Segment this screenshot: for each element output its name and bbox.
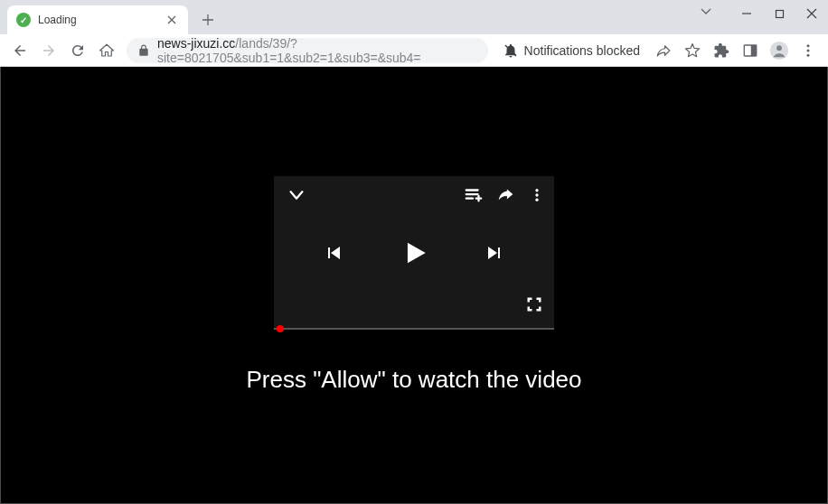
url-domain: news-jixuzi.cc (157, 36, 235, 51)
tab-favicon: ✓ (16, 13, 31, 27)
window-controls (730, 0, 828, 27)
home-button[interactable] (94, 38, 119, 63)
svg-point-8 (807, 53, 810, 56)
collapse-icon[interactable] (287, 185, 306, 205)
svg-point-5 (776, 45, 782, 51)
side-panel-button[interactable] (738, 38, 763, 63)
instruction-text: Press "Allow" to watch the video (246, 366, 581, 394)
lock-icon (137, 44, 150, 57)
back-button[interactable] (7, 38, 33, 63)
svg-rect-0 (776, 10, 783, 17)
progress-thumb[interactable] (277, 325, 284, 332)
svg-point-11 (535, 199, 538, 201)
address-bar: news-jixuzi.cc/lands/39/?site=8021705&su… (0, 34, 828, 67)
svg-point-9 (535, 189, 538, 191)
playlist-add-icon[interactable] (464, 185, 484, 205)
close-tab-button[interactable] (165, 13, 179, 27)
fake-video-player (274, 176, 554, 330)
browser-tab[interactable]: ✓ Loading (7, 5, 188, 34)
new-tab-button[interactable] (195, 7, 221, 33)
player-top-bar (287, 185, 545, 205)
tab-search-button[interactable] (700, 5, 712, 17)
progress-bar[interactable] (274, 328, 554, 330)
menu-button[interactable] (795, 38, 821, 63)
maximize-window-button[interactable] (763, 0, 795, 27)
bookmark-button[interactable] (680, 38, 705, 63)
omnibox[interactable]: news-jixuzi.cc/lands/39/?site=8021705&su… (127, 38, 488, 63)
profile-button[interactable] (767, 38, 792, 63)
extensions-button[interactable] (709, 38, 734, 63)
window-titlebar: ✓ Loading (0, 0, 828, 34)
page-content: Press "Allow" to watch the video (0, 67, 828, 504)
forward-button[interactable] (36, 38, 61, 63)
svg-point-6 (807, 44, 810, 47)
more-icon[interactable] (529, 187, 545, 203)
tab-title: Loading (38, 14, 165, 26)
player-controls (274, 238, 554, 268)
play-icon[interactable] (399, 238, 429, 268)
svg-point-7 (807, 49, 810, 51)
minimize-window-button[interactable] (730, 0, 763, 27)
next-track-icon[interactable] (484, 242, 505, 264)
svg-point-10 (535, 193, 538, 196)
notifications-blocked-label: Notifications blocked (524, 43, 640, 58)
close-window-button[interactable] (795, 0, 828, 27)
reload-button[interactable] (65, 38, 90, 63)
bell-off-icon (503, 42, 519, 59)
notifications-blocked-indicator[interactable]: Notifications blocked (495, 38, 647, 63)
share-icon[interactable] (496, 185, 516, 205)
share-button[interactable] (651, 38, 676, 63)
fullscreen-icon[interactable] (525, 295, 543, 313)
previous-track-icon[interactable] (323, 242, 344, 264)
svg-rect-3 (751, 45, 757, 56)
url-text: news-jixuzi.cc/lands/39/?site=8021705&su… (157, 36, 477, 65)
